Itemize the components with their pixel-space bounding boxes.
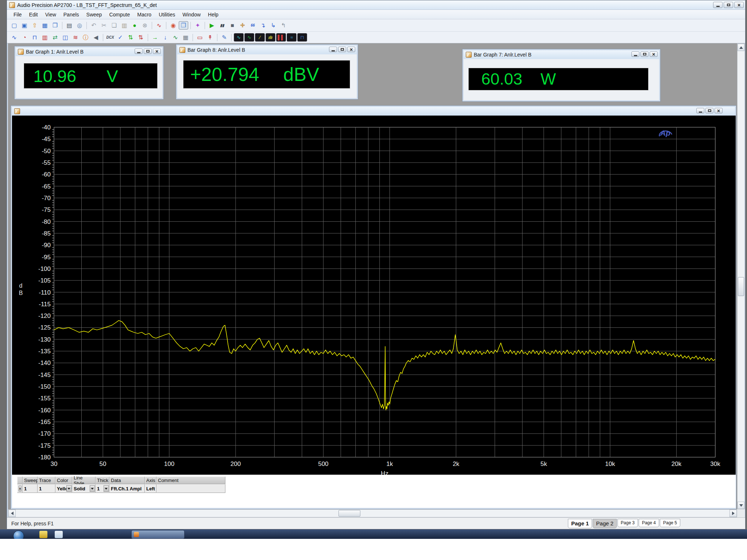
dropdown-button[interactable] <box>90 485 95 492</box>
horizontal-scroll-thumb[interactable] <box>338 510 360 517</box>
close-button[interactable] <box>734 2 744 8</box>
digital-generator-icon[interactable]: ⊓ <box>30 33 39 42</box>
tab-page-5[interactable]: Page 5 <box>660 519 680 527</box>
speaker-icon[interactable]: ◀ <box>91 33 101 42</box>
graph-preset-5-icon[interactable]: ▌▌ <box>276 33 286 42</box>
minimize-button[interactable] <box>329 47 337 52</box>
graph-preset-4-icon[interactable]: ılı <box>266 33 275 42</box>
restore-button[interactable] <box>705 108 713 113</box>
vertical-scrollbar[interactable] <box>737 43 745 509</box>
taskbar-app2-icon[interactable] <box>55 531 63 538</box>
tab-page-3[interactable]: Page 3 <box>618 519 638 527</box>
minimize-button[interactable] <box>713 2 723 8</box>
scroll-down-button[interactable] <box>738 502 744 509</box>
menu-macro[interactable]: Macro <box>133 11 155 19</box>
graph-preset-1-icon[interactable]: ∿ <box>234 33 244 42</box>
graph-preset-6-icon[interactable]: ≈ <box>287 33 297 42</box>
bitstream-icon[interactable]: ≋ <box>71 33 80 42</box>
graph-window-titlebar[interactable] <box>12 107 735 116</box>
color-graph-icon[interactable]: ∿ <box>154 21 164 30</box>
scroll-left-button[interactable] <box>8 510 16 517</box>
pause-icon[interactable]: ▮▮ <box>217 21 227 30</box>
save-test-icon[interactable]: ▦ <box>40 21 50 30</box>
close-button[interactable] <box>347 47 355 52</box>
cell-comment[interactable] <box>156 484 225 493</box>
menu-compute[interactable]: Compute <box>105 11 133 19</box>
row-selector-cell[interactable]: × <box>17 484 23 493</box>
restore-button[interactable] <box>338 47 346 52</box>
bar-graph-8-window[interactable]: Bar Graph 8: Anlr.Level B +20.794 dBV <box>176 44 358 100</box>
bar-graph-7-titlebar[interactable]: Bar Graph 7: Anlr.Level B <box>464 50 659 59</box>
monitor-icon[interactable]: 66 <box>248 21 258 30</box>
minimize-button[interactable] <box>696 108 704 113</box>
maximize-button[interactable] <box>724 2 733 8</box>
cell-data[interactable]: Fft.Ch.1 Ampl <box>109 484 145 493</box>
vertical-scroll-thumb[interactable] <box>738 277 744 296</box>
hide-panels-icon[interactable]: ◉ <box>169 21 178 30</box>
close-button[interactable] <box>715 108 723 113</box>
tab-page-4[interactable]: Page 4 <box>639 519 659 527</box>
graph-panel-icon[interactable]: ∿ <box>171 33 180 42</box>
minimize-button[interactable] <box>135 48 143 54</box>
horizontal-scrollbar[interactable] <box>8 509 737 517</box>
graph-window[interactable]: -40-45-50-55-60-65-70-75-80-85-90-95-100… <box>11 105 736 509</box>
go-icon[interactable]: ● <box>130 21 139 30</box>
wizard-icon[interactable]: ✦ <box>193 21 202 30</box>
play-icon[interactable]: ▶ <box>207 21 217 30</box>
copy-icon[interactable]: ❏ <box>109 21 119 30</box>
graph-preset-7-icon[interactable]: ⊓ <box>297 33 307 42</box>
analog-generator-icon[interactable]: ∿ <box>9 33 19 42</box>
settling-marker-green-icon[interactable]: ⇅ <box>126 33 135 42</box>
graph-preset-3-icon[interactable]: ⁄ <box>255 33 265 42</box>
restore-button[interactable] <box>144 48 152 54</box>
cell-line-style[interactable]: Solid <box>72 484 96 493</box>
menu-panels[interactable]: Panels <box>60 11 83 19</box>
minimize-button[interactable] <box>631 51 639 57</box>
swept-settling-icon[interactable]: ⇄ <box>50 33 60 42</box>
abort-icon[interactable]: ⊗ <box>140 21 150 30</box>
bar-graph-panel-icon[interactable]: ▭ <box>195 33 205 42</box>
stop-icon[interactable]: ■ <box>228 21 237 30</box>
settling-marker-red-icon[interactable]: ⇅ <box>136 33 146 42</box>
new-test-icon[interactable]: ▢ <box>9 21 19 30</box>
sweep-single-icon[interactable]: ↓ <box>160 33 170 42</box>
step-into-icon[interactable]: ↴ <box>258 21 268 30</box>
graph-preset-2-icon[interactable]: ∿ <box>244 33 254 42</box>
open-test-icon[interactable]: ⇧ <box>30 21 39 30</box>
step-over-icon[interactable]: ↳ <box>268 21 278 30</box>
sweep-start-icon[interactable]: → <box>150 33 160 42</box>
menu-window[interactable]: Window <box>179 11 204 19</box>
append-test-icon[interactable]: ▣ <box>20 21 29 30</box>
print-preview-icon[interactable]: ◎ <box>75 21 84 30</box>
tab-page-2[interactable]: Page 2 <box>593 519 617 528</box>
analog-analyzer-icon[interactable]: ◔ <box>20 33 29 42</box>
cell-thick[interactable]: 1 <box>96 484 109 493</box>
bar-graph-7-window[interactable]: Bar Graph 7: Anlr.Level B 60.03 W <box>462 49 661 102</box>
close-button[interactable] <box>650 51 658 57</box>
cell-axis[interactable]: Left <box>145 484 156 493</box>
menu-view[interactable]: View <box>42 11 60 19</box>
bar-graph-8-titlebar[interactable]: Bar Graph 8: Anlr.Level B <box>177 46 357 54</box>
cut-icon[interactable]: ✂ <box>99 21 109 30</box>
save-all-icon[interactable]: ❐ <box>50 21 60 30</box>
show-panels-icon[interactable]: ❐ <box>179 21 188 30</box>
dcx-icon[interactable]: DCX <box>105 33 115 42</box>
taskbar-window-button[interactable] <box>131 530 185 539</box>
bar-graph-1-titlebar[interactable]: Bar Graph 1: Anlr.Level B <box>16 47 162 56</box>
probe-icon[interactable]: ✓ <box>116 33 125 42</box>
menu-utilities[interactable]: Utilities <box>155 11 179 19</box>
menu-edit[interactable]: Edit <box>26 11 42 19</box>
menu-file[interactable]: File <box>10 11 26 19</box>
menu-sweep[interactable]: Sweep <box>83 11 106 19</box>
scroll-up-button[interactable] <box>738 44 744 51</box>
taskbar-app1-icon[interactable] <box>39 531 47 538</box>
cell-sweep[interactable]: 1 <box>23 484 38 493</box>
paste-icon[interactable]: ▥ <box>120 21 129 30</box>
tab-page-1[interactable]: Page 1 <box>568 519 592 528</box>
restore-button[interactable] <box>640 51 649 57</box>
cell-trace[interactable]: 1 <box>38 484 55 493</box>
print-icon[interactable]: ▤ <box>65 21 74 30</box>
dropdown-button[interactable] <box>66 485 71 492</box>
regulation-icon[interactable]: ↟ <box>205 33 215 42</box>
menu-help[interactable]: Help <box>204 11 222 19</box>
